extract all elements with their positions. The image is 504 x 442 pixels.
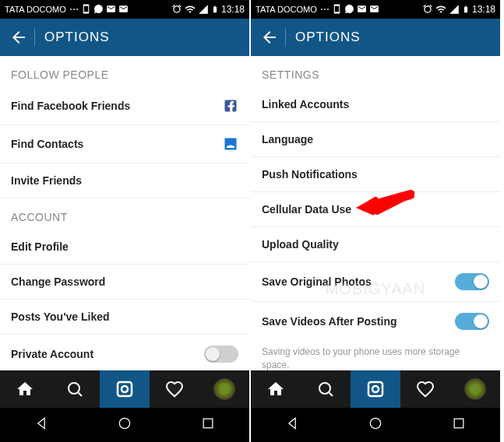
whatsapp-icon	[93, 4, 104, 14]
circle-home-icon	[368, 416, 383, 431]
svg-point-7	[372, 386, 379, 392]
item-label: Posts You've Liked	[11, 310, 110, 323]
status-bar: TATA DOCOMO ⋯ 13:18	[0, 0, 249, 19]
find-contacts-item[interactable]: Find Contacts	[0, 125, 249, 163]
tab-profile[interactable]	[450, 370, 500, 408]
item-label: Upload Quality	[262, 238, 339, 251]
tab-search[interactable]	[50, 370, 100, 408]
cellular-data-use-item[interactable]: Cellular Data Use	[251, 192, 500, 227]
camera-icon	[115, 380, 134, 398]
mail-icon-2	[369, 4, 379, 14]
tab-activity[interactable]	[150, 370, 199, 408]
arrow-annotation-icon	[352, 188, 414, 219]
edit-profile-item[interactable]: Edit Profile	[0, 230, 249, 265]
time-label: 13:18	[221, 4, 245, 15]
item-label: Cellular Data Use	[262, 203, 351, 216]
invite-friends-item[interactable]: Invite Friends	[0, 163, 249, 198]
posts-liked-item[interactable]: Posts You've Liked	[0, 300, 249, 335]
carrier-label: TATA DOCOMO	[5, 5, 66, 14]
nav-recent[interactable]	[200, 416, 216, 434]
svg-point-8	[370, 418, 380, 428]
facebook-icon	[223, 98, 238, 114]
header-divider	[285, 28, 286, 47]
item-label: Save Original Photos	[262, 275, 372, 288]
tab-camera[interactable]	[351, 370, 400, 408]
upload-quality-item[interactable]: Upload Quality	[251, 227, 500, 262]
svg-rect-6	[368, 382, 382, 396]
tab-bar	[0, 370, 249, 408]
search-icon	[65, 380, 84, 398]
heart-icon	[165, 380, 184, 398]
carrier-label: TATA DOCOMO	[256, 5, 317, 14]
avatar-icon	[464, 378, 486, 400]
header-title: OPTIONS	[44, 30, 110, 45]
change-password-item[interactable]: Change Password	[0, 265, 249, 300]
circle-home-icon	[117, 416, 132, 431]
camera-icon	[366, 380, 385, 398]
home-icon	[266, 380, 285, 398]
linked-accounts-item[interactable]: Linked Accounts	[251, 87, 500, 122]
section-account: ACCOUNT	[0, 198, 249, 230]
android-nav-bar	[251, 408, 500, 442]
search-icon	[316, 380, 335, 398]
private-account-toggle[interactable]	[204, 346, 238, 363]
nav-back[interactable]	[33, 416, 49, 434]
save-videos-toggle[interactable]	[455, 313, 489, 330]
signal-icon	[198, 4, 209, 15]
item-label: Edit Profile	[11, 240, 69, 253]
content-area: SETTINGS Linked Accounts Language Push N…	[251, 56, 500, 370]
svg-point-3	[119, 418, 129, 428]
tab-profile[interactable]	[199, 370, 249, 408]
save-videos-item[interactable]: Save Videos After Posting	[251, 302, 500, 341]
mail-icon-2	[118, 4, 129, 14]
item-label: Change Password	[11, 275, 105, 288]
nav-back[interactable]	[284, 416, 300, 434]
language-item[interactable]: Language	[251, 122, 500, 157]
tab-home[interactable]	[0, 370, 50, 408]
mail-icon	[106, 4, 116, 14]
tab-activity[interactable]	[400, 370, 450, 408]
push-notifications-item[interactable]: Push Notifications	[251, 157, 500, 192]
status-notification-icons: ⋯	[69, 4, 129, 15]
avatar-icon	[213, 378, 235, 400]
save-original-photos-item[interactable]: Save Original Photos	[251, 262, 500, 302]
svg-rect-9	[454, 419, 463, 428]
svg-point-0	[69, 383, 79, 394]
nav-home[interactable]	[368, 416, 383, 434]
back-button[interactable]	[260, 28, 279, 47]
header: OPTIONS	[251, 19, 500, 56]
left-screen: TATA DOCOMO ⋯ 13:18 OPTIONS FOLLOW PEOPL…	[0, 0, 251, 442]
square-recent-icon	[451, 416, 467, 431]
wifi-icon	[435, 4, 446, 15]
save-original-toggle[interactable]	[455, 273, 489, 290]
header-title: OPTIONS	[295, 30, 361, 45]
item-label: Invite Friends	[11, 174, 82, 187]
tab-camera[interactable]	[100, 370, 150, 408]
more-icon: ⋯	[69, 4, 79, 15]
status-bar: TATA DOCOMO ⋯ 13:18	[251, 0, 500, 19]
time-label: 13:18	[472, 4, 495, 15]
item-label: Find Contacts	[11, 138, 83, 150]
section-follow-people: FOLLOW PEOPLE	[0, 56, 249, 87]
svg-rect-4	[203, 419, 213, 428]
tab-search[interactable]	[301, 370, 351, 408]
mail-icon	[357, 4, 367, 14]
wifi-icon	[185, 4, 196, 15]
item-label: Save Videos After Posting	[262, 315, 397, 328]
alarm-icon	[422, 4, 433, 15]
tab-home[interactable]	[251, 370, 301, 408]
battery-icon	[211, 4, 219, 15]
status-notification-icons: ⋯	[320, 4, 379, 15]
section-settings: SETTINGS	[251, 56, 500, 87]
header: OPTIONS	[0, 19, 249, 56]
private-account-item[interactable]: Private Account	[0, 335, 249, 370]
item-label: Language	[262, 133, 313, 146]
nav-recent[interactable]	[451, 416, 467, 434]
find-facebook-friends-item[interactable]: Find Facebook Friends	[0, 87, 249, 125]
nav-home[interactable]	[117, 416, 132, 434]
back-arrow-icon	[9, 28, 28, 47]
back-button[interactable]	[9, 28, 28, 47]
tab-bar	[251, 370, 500, 408]
item-label: Linked Accounts	[262, 98, 349, 110]
item-label: Push Notifications	[262, 168, 358, 181]
